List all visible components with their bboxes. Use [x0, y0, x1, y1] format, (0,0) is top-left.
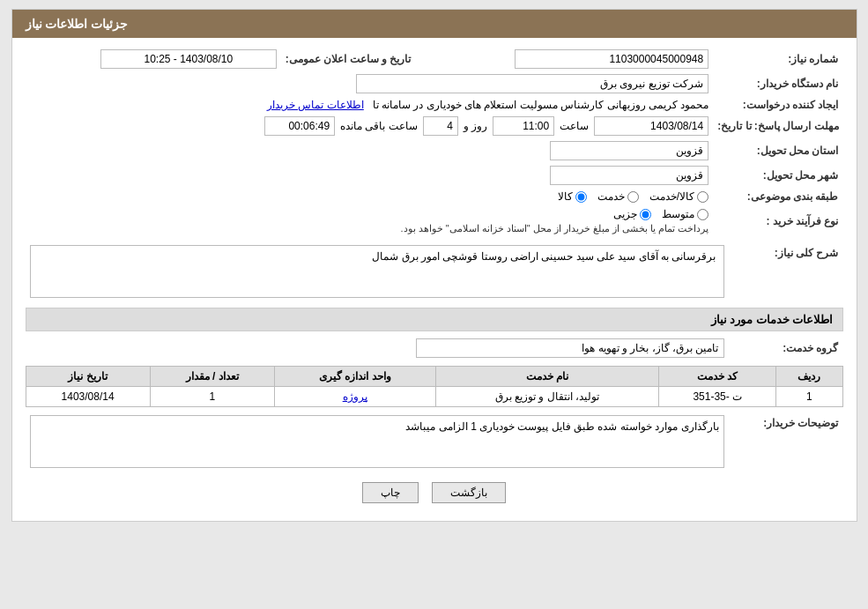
- process-jozi-option[interactable]: جزیی: [613, 208, 651, 220]
- category-khedmat-radio[interactable]: [627, 191, 639, 203]
- print-button[interactable]: چاپ: [362, 482, 419, 503]
- creator-label: ایجاد کننده درخواست:: [713, 96, 842, 114]
- remaining-time-input[interactable]: [264, 116, 335, 136]
- col-header-unit: واحد اندازه گیری: [274, 367, 435, 387]
- page-container: جزئیات اطلاعات نیاز شماره نیاز: تاریخ و …: [11, 9, 857, 522]
- city-value: [26, 163, 714, 188]
- service-group-label: گروه خدمت:: [729, 336, 843, 360]
- city-input[interactable]: [550, 166, 708, 185]
- description-table: شرح کلی نیاز: برقرسانی به آقای سید علی س…: [26, 242, 843, 301]
- cell-row: 1: [776, 387, 842, 407]
- process-motavaset-label: متوسط: [662, 208, 694, 220]
- creator-link[interactable]: اطلاعات تماس خریدار: [267, 99, 364, 111]
- buyer-notes-label: توضیحات خریدار:: [729, 412, 843, 473]
- buyer-notes-textarea[interactable]: [30, 415, 724, 468]
- process-label: نوع فرآیند خرید :: [713, 205, 842, 237]
- process-row: متوسط جزیی پرداخت تمام یا بخشی از مبلغ خ…: [26, 205, 714, 237]
- category-kala-khedmat-option[interactable]: کالا/خدمت: [649, 190, 708, 203]
- service-group-value: [26, 336, 729, 360]
- description-label: شرح کلی نیاز:: [729, 242, 843, 301]
- order-number-label: شماره نیاز:: [713, 47, 842, 71]
- date-input[interactable]: [100, 49, 277, 69]
- buyer-notes-cell: [26, 412, 729, 473]
- service-group-input[interactable]: [416, 338, 724, 358]
- order-number-input[interactable]: [515, 49, 708, 69]
- service-group-table: گروه خدمت:: [26, 336, 843, 360]
- date-value: [26, 47, 281, 71]
- cell-name: تولید، انتقال و توزیع برق: [435, 387, 659, 407]
- description-box: برقرسانی به آقای سید علی سید حسینی اراضی…: [30, 245, 724, 298]
- category-kala-option[interactable]: کالا: [558, 190, 587, 203]
- creator-value: محمود کریمی روزبهانی کارشناس مسولیت استع…: [26, 96, 714, 114]
- date-label: تاریخ و ساعت اعلان عمومی:: [281, 47, 415, 71]
- buyer-value: [26, 71, 714, 96]
- category-kala-khedmat-radio[interactable]: [697, 191, 708, 203]
- cell-date: 1403/08/14: [26, 387, 150, 407]
- province-value: [26, 138, 714, 163]
- category-row: کالا/خدمت خدمت کالا: [26, 188, 714, 205]
- creator-text: محمود کریمی روزبهانی کارشناس مسولیت استع…: [373, 99, 708, 111]
- deadline-row: ساعت روز و ساعت باقی مانده: [26, 114, 714, 138]
- deadline-days-label: روز و: [464, 120, 487, 132]
- category-khedmat-label: خدمت: [597, 190, 625, 203]
- buyer-label: نام دستگاه خریدار:: [713, 71, 842, 96]
- province-input[interactable]: [550, 141, 708, 160]
- category-khedmat-option[interactable]: خدمت: [597, 190, 639, 203]
- city-label: شهر محل تحویل:: [713, 163, 842, 188]
- col-header-date: تاریخ نیاز: [26, 367, 150, 387]
- process-jozi-radio[interactable]: [640, 209, 651, 220]
- col-header-code: کد خدمت: [659, 367, 776, 387]
- deadline-label: مهلت ارسال پاسخ: تا تاریخ:: [713, 114, 842, 138]
- services-table: ردیف کد خدمت نام خدمت واحد اندازه گیری ت…: [26, 366, 843, 407]
- description-cell: برقرسانی به آقای سید علی سید حسینی اراضی…: [26, 242, 729, 301]
- content-area: شماره نیاز: تاریخ و ساعت اعلان عمومی: نا…: [12, 38, 857, 521]
- page-title: جزئیات اطلاعات نیاز: [26, 17, 129, 31]
- deadline-time-label: ساعت: [560, 120, 589, 132]
- page-header: جزئیات اطلاعات نیاز: [12, 10, 857, 38]
- cell-unit[interactable]: پروژه: [274, 387, 435, 407]
- buyer-notes-table: توضیحات خریدار:: [26, 412, 843, 473]
- deadline-time-input[interactable]: [493, 116, 554, 136]
- province-label: استان محل تحویل:: [713, 138, 842, 163]
- order-info-table: شماره نیاز: تاریخ و ساعت اعلان عمومی: نا…: [26, 47, 843, 237]
- category-label: طبقه بندی موضوعی:: [713, 188, 842, 205]
- category-kala-khedmat-label: کالا/خدمت: [649, 190, 694, 203]
- back-button[interactable]: بازگشت: [432, 482, 506, 503]
- table-row: 1 ت -35-351 تولید، انتقال و توزیع برق پر…: [26, 387, 842, 407]
- category-kala-label: کالا: [558, 190, 573, 203]
- col-header-row: ردیف: [776, 367, 842, 387]
- process-description: پرداخت تمام یا بخشی از مبلغ خریدار از مح…: [30, 223, 709, 234]
- col-header-name: نام خدمت: [435, 367, 659, 387]
- remaining-label: ساعت باقی مانده: [340, 120, 418, 132]
- process-motavaset-option[interactable]: متوسط: [662, 208, 708, 220]
- cell-quantity: 1: [150, 387, 274, 407]
- category-kala-radio[interactable]: [575, 191, 587, 203]
- process-jozi-label: جزیی: [613, 208, 637, 220]
- description-text: برقرسانی به آقای سید علی سید حسینی اراضی…: [372, 250, 716, 263]
- deadline-days-input[interactable]: [423, 116, 458, 136]
- services-section-header: اطلاعات خدمات مورد نیاز: [26, 308, 843, 331]
- buttons-row: بازگشت چاپ: [26, 482, 843, 503]
- process-motavaset-radio[interactable]: [697, 209, 708, 220]
- col-header-quantity: تعداد / مقدار: [150, 367, 274, 387]
- deadline-date-input[interactable]: [594, 116, 708, 136]
- cell-code: ت -35-351: [659, 387, 776, 407]
- order-number-value: [433, 47, 713, 71]
- buyer-input[interactable]: [356, 74, 708, 93]
